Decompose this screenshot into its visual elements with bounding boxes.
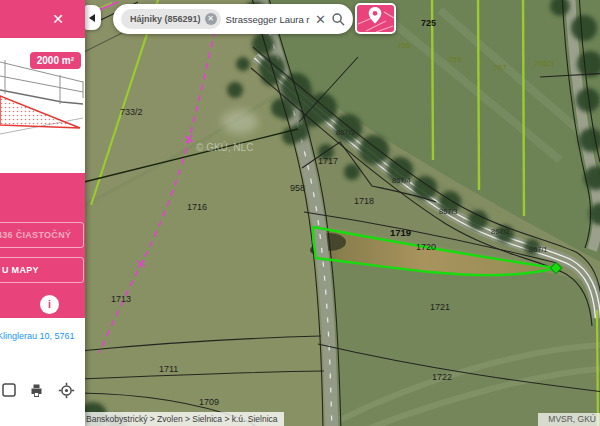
road-parcel-label: 867/3 [439,207,458,216]
road-parcel-label: 867/4 [392,176,411,185]
parcel-label: 733/2 [120,107,143,117]
road-parcel-label: 867/3 [336,128,355,137]
fullscreen-icon[interactable] [1,382,18,399]
panel-toolbar [0,382,85,402]
map-pin-hole [373,11,378,16]
parcel-label: 1709 [199,397,219,407]
parcel-label: 765/3 [534,59,555,68]
gps-locate-icon[interactable] [58,382,75,399]
search-bar[interactable]: Hájniky (856291) ✕ Strassegger Laura r. … [113,4,353,34]
road-parcel-label: 867/2 [491,227,510,236]
parcel-label: 1722 [432,372,452,382]
print-icon[interactable] [28,382,45,399]
chevron-left-icon [89,14,95,22]
search-icon[interactable] [331,12,345,26]
parcel-label-selected: 1719 [390,227,411,238]
sidebar-collapse-handle[interactable] [85,5,101,30]
chip-remove-icon[interactable]: ✕ [205,13,217,25]
sketch-selected-parcel [0,96,80,128]
parcel-label: 767 [493,63,507,72]
search-chip[interactable]: Hájniky (856291) ✕ [121,9,221,29]
copyright-watermark: © GKÚ, NLC [196,141,253,153]
map-canvas[interactable]: © GKÚ, NLC 733/2 1716 1713 1711 1709 958… [0,0,600,426]
parcel-info-panel: ✕ 2000 m² 436 ČIASTOČNÝ [0,0,85,426]
breadcrumb: Banskobystrický > Zvolen > Sielnica > k.… [80,412,284,426]
parcel-label: 1711 [159,364,178,374]
ownership-deed-button[interactable]: 436 ČIASTOČNÝ [0,222,84,248]
parcel-label: 1716 [187,202,207,212]
info-icon[interactable]: i [40,295,59,314]
zbgis-map-app: © GKÚ, NLC 733/2 1716 1713 1711 1709 958… [0,0,600,426]
parcel-label: 1721 [430,302,450,312]
search-input[interactable]: Strassegger Laura r. [226,14,311,25]
parcel-label: 1720 [416,242,436,252]
road-parcel-label: 867/1 [529,245,548,254]
parcel-label: 958 [290,183,305,193]
pale-patch [222,110,258,134]
clear-search-icon[interactable]: ✕ [315,13,326,26]
parcel-label: 1713 [111,294,131,304]
close-panel-button[interactable]: ✕ [48,9,68,29]
parcel-label: 756 [397,41,411,50]
basemap-toggle-button[interactable] [355,3,396,34]
register-line [478,0,479,190]
area-badge: 2000 m² [30,52,81,69]
panel-header: ✕ [0,0,85,38]
register-line [597,310,598,426]
panel-actions: 436 ČIASTOČNÝ U MAPY i [0,173,85,318]
parcel-label: 759 [448,55,462,64]
parcel-label: 1718 [354,196,374,206]
parcel-label: 725 [421,18,436,28]
panel-details: Klinglerau 10, 5761 [0,318,85,426]
register-line [523,0,524,216]
parcel-label: 1717 [318,156,338,166]
search-chip-label: Hájniky (856291) [130,14,201,24]
owner-address-link[interactable]: Klinglerau 10, 5761 [0,331,75,341]
map-attribution: MVSR, GKÚ [538,413,600,426]
map-copy-button[interactable]: U MAPY [0,257,84,283]
